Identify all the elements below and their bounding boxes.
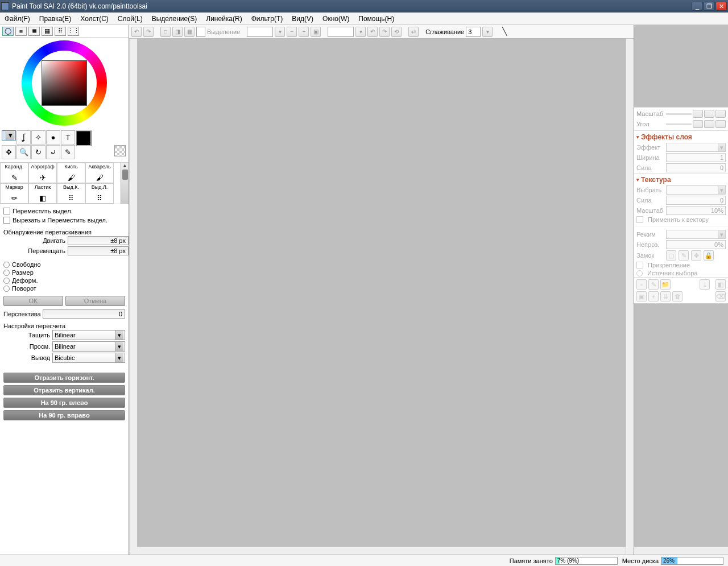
cancel-button[interactable]: Отмена — [65, 296, 125, 306]
flip-horizontal-button[interactable]: Отразить горизонт. — [3, 373, 125, 383]
redo-icon[interactable]: ↷ — [143, 27, 154, 37]
menu-edit[interactable]: Правка(E) — [39, 15, 72, 23]
brush-brush[interactable]: Кисть🖌 — [57, 163, 85, 183]
apply-to-vector-checkbox[interactable]: Применить к вектору — [648, 216, 709, 223]
undo-icon[interactable]: ↶ — [131, 27, 142, 37]
texture-scale-value[interactable]: 10% — [666, 206, 726, 215]
rect-select-tool[interactable]: ⬚ — [2, 130, 16, 141]
nav-angle-right[interactable] — [704, 120, 714, 128]
blend-mode-select[interactable] — [666, 230, 726, 239]
layer-effects-heading[interactable]: Эффекты слоя — [634, 130, 728, 142]
nav-angle-reset[interactable] — [715, 120, 726, 128]
minimize-button[interactable]: _ — [692, 2, 703, 11]
drag-drag-value[interactable]: ±8 px — [68, 246, 129, 255]
brush-seleraser[interactable]: Выд.Л.⠿ — [85, 183, 114, 204]
background-swatch[interactable] — [114, 145, 126, 156]
fx-width-value[interactable]: 1 — [666, 153, 726, 162]
new-folder-icon[interactable]: 📁 — [660, 279, 671, 290]
lasso-tool[interactable]: ʆ — [16, 130, 31, 144]
smoothing-value[interactable]: 3 — [466, 27, 481, 37]
menu-view[interactable]: Вид(V) — [292, 15, 313, 23]
resample-drag-select[interactable]: Bilinear — [52, 330, 125, 340]
canvas-bottom-scrollbar[interactable] — [137, 547, 626, 555]
ok-button[interactable]: OK — [3, 296, 63, 306]
nav-scale-minus[interactable] — [693, 110, 703, 118]
zoom-fit-icon[interactable]: ▣ — [311, 27, 321, 37]
hand-tool[interactable]: ⤾ — [46, 145, 60, 159]
resample-output-select[interactable]: Bicubic — [52, 353, 125, 363]
move-tool[interactable]: ✥ — [2, 145, 16, 159]
swatches-mode-icon[interactable]: ⠿ — [55, 27, 66, 36]
lock-move-icon[interactable]: ✥ — [691, 250, 701, 261]
flip-vertical-button[interactable]: Отразить вертикал. — [3, 385, 125, 395]
invert-sel-icon[interactable]: ◨ — [172, 27, 183, 37]
shape-tool[interactable]: ● — [46, 130, 60, 144]
resample-preview-select[interactable]: Bilinear — [52, 341, 125, 352]
lock-all-icon[interactable]: 🔒 — [704, 250, 714, 261]
zoom-out-icon[interactable]: − — [287, 27, 297, 37]
brush-eraser[interactable]: Ластик◧ — [28, 183, 57, 204]
nav-scale-reset[interactable] — [715, 110, 726, 118]
menu-filter[interactable]: Фильтр(T) — [251, 15, 283, 23]
magic-wand-tool[interactable]: ✧ — [31, 130, 46, 144]
texture-heading[interactable]: Текстура — [634, 173, 728, 185]
transfer-down-icon[interactable]: ⤓ — [700, 279, 710, 290]
transform-deform-radio[interactable]: Деформ. — [3, 276, 125, 284]
opacity-value[interactable]: 0% — [666, 240, 726, 249]
menu-canvas[interactable]: Холст(C) — [80, 15, 108, 23]
colorwheel-mode-icon[interactable]: ◯ — [2, 27, 14, 36]
navigator[interactable] — [634, 25, 728, 108]
fx-effect-select[interactable] — [666, 143, 726, 152]
zoom-in-icon[interactable]: + — [299, 27, 309, 37]
maximize-button[interactable]: ❐ — [704, 2, 715, 11]
rotate-90-left-button[interactable]: На 90 гр. влево — [3, 398, 125, 408]
mask-icon[interactable]: ◧ — [715, 279, 726, 290]
nav-angle-left[interactable] — [693, 120, 703, 128]
color-wheel[interactable] — [0, 38, 129, 129]
nav-angle-slider[interactable] — [666, 123, 692, 125]
delete-layer-icon[interactable]: 🗑 — [672, 291, 682, 301]
texture-select[interactable] — [666, 185, 726, 195]
menu-file[interactable]: Файл(F) — [5, 15, 30, 23]
menu-selection[interactable]: Выделение(S) — [152, 15, 197, 23]
mixer-mode-icon[interactable]: ▦ — [42, 27, 53, 36]
lock-paint-icon[interactable]: ✎ — [679, 250, 689, 261]
brush-pencil[interactable]: Каранд.✎ — [0, 163, 28, 183]
eyedropper-tool[interactable]: ✎ — [61, 145, 75, 159]
close-button[interactable]: ✕ — [715, 2, 727, 11]
new-vector-layer-icon[interactable]: ✎ — [648, 279, 659, 290]
cut-move-selection-checkbox[interactable]: Вырезать и Переместить выдел. — [3, 216, 125, 225]
smoothing-dropdown-icon[interactable]: ▾ — [482, 27, 493, 37]
angle-field[interactable] — [328, 27, 354, 37]
nav-scale-plus[interactable] — [704, 110, 714, 118]
drag-move-value[interactable]: ±8 px — [68, 236, 129, 245]
transform-size-radio[interactable]: Размер — [3, 268, 125, 276]
move-selection-checkbox[interactable]: Переместить выдел. — [3, 206, 125, 216]
rot-reset-icon[interactable]: ⟲ — [391, 27, 402, 37]
merge-icon[interactable]: ⇊ — [660, 291, 671, 301]
brush-airbrush[interactable]: Аэрограф✈ — [28, 163, 57, 183]
rotate-tool[interactable]: ↻ — [31, 145, 46, 159]
showsel-icon[interactable]: ▦ — [184, 27, 195, 37]
sel-empty-field[interactable] — [196, 27, 205, 37]
rotate-90-right-button[interactable]: На 90 гр. вправо — [3, 410, 125, 420]
lock-pixels-icon[interactable]: ▢ — [666, 250, 676, 261]
flip-view-icon[interactable]: ⇄ — [408, 27, 419, 37]
rgb-sliders-mode-icon[interactable]: ≡ — [15, 27, 27, 36]
text-tool[interactable]: T — [61, 130, 75, 144]
rot-right-icon[interactable]: ↷ — [379, 27, 390, 37]
canvas-right-scrollbar[interactable] — [626, 39, 634, 555]
color-sv-box[interactable] — [42, 60, 87, 106]
brush-marker[interactable]: Маркер✏ — [0, 183, 28, 204]
layer-scrollbar[interactable] — [634, 547, 728, 555]
zoom-dropdown-icon[interactable]: ▾ — [275, 27, 285, 37]
hsv-mode-icon[interactable]: ≣ — [28, 27, 40, 36]
line-tool-icon[interactable]: ╲ — [499, 27, 510, 37]
menu-help[interactable]: Помощь(H) — [358, 15, 394, 23]
clear-layer-icon[interactable]: ⌫ — [715, 291, 726, 301]
scratchpad-mode-icon[interactable]: ⋮⋮ — [68, 27, 79, 36]
brush-watercolor[interactable]: Акварель🖌 — [85, 163, 114, 183]
zoom-field[interactable] — [247, 27, 273, 37]
menu-ruler[interactable]: Линейка(R) — [206, 15, 242, 23]
layer-list[interactable] — [634, 303, 728, 547]
